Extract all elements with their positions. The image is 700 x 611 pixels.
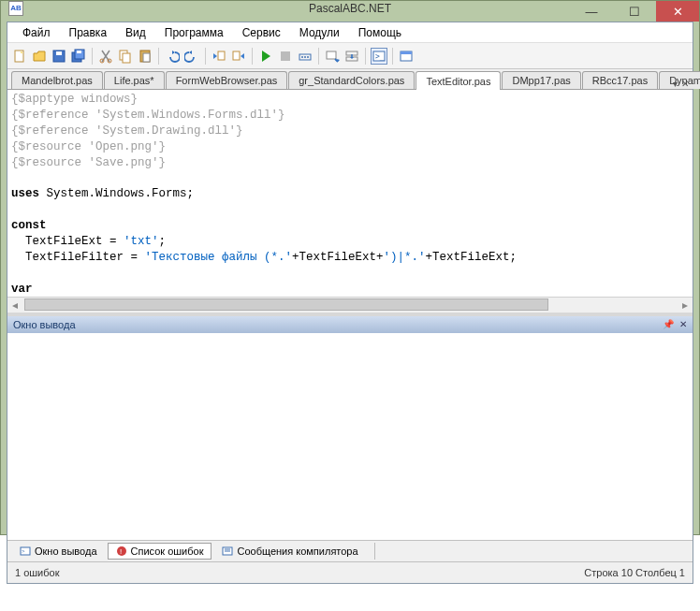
btab-errors[interactable]: ! Список ошибок — [108, 543, 212, 560]
svg-rect-9 — [123, 53, 130, 63]
menu-view[interactable]: Вид — [116, 24, 155, 41]
menu-file[interactable]: Файл — [13, 24, 60, 41]
bottom-tabs: > Окно вывода ! Список ошибок Сообщения … — [7, 540, 693, 562]
menu-modules[interactable]: Модули — [290, 24, 349, 41]
menu-program[interactable]: Программа — [155, 24, 233, 41]
btab-compiler-msgs[interactable]: Сообщения компилятора — [213, 543, 366, 560]
svg-rect-13 — [233, 51, 240, 60]
undo-button[interactable] — [164, 48, 181, 65]
copy-button[interactable] — [117, 48, 134, 65]
svg-text:!: ! — [120, 547, 122, 556]
pin-icon[interactable]: 📌 — [663, 319, 674, 329]
svg-rect-25 — [401, 51, 412, 54]
btab-output[interactable]: > Окно вывода — [11, 543, 106, 560]
svg-rect-11 — [143, 53, 150, 62]
compile-button[interactable] — [297, 48, 314, 65]
navigate-back-button[interactable] — [211, 48, 227, 65]
output-icon: > — [20, 546, 31, 557]
step-into-button[interactable] — [324, 48, 341, 65]
editor-tabs: Mandelbrot.pas Life.pas* FormWebBrowser.… — [7, 69, 693, 90]
toggle-output-button[interactable]: >_ — [371, 48, 387, 65]
svg-rect-12 — [218, 51, 225, 60]
minimize-button[interactable]: — — [570, 1, 613, 22]
code-editor[interactable]: {$apptype windows} {$reference 'System.W… — [7, 90, 693, 297]
redo-button[interactable] — [183, 48, 200, 65]
error-list-icon: ! — [116, 546, 127, 557]
horizontal-scrollbar[interactable]: ◂ ▸ — [7, 297, 693, 313]
output-close-icon[interactable]: ✕ — [679, 319, 687, 329]
svg-text:>: > — [22, 548, 25, 554]
tab-grstandardcolors[interactable]: gr_StandardColors.pas — [288, 71, 415, 89]
tab-close-icon[interactable]: ✕ — [681, 79, 689, 89]
menu-edit[interactable]: Правка — [60, 24, 117, 41]
svg-rect-5 — [77, 51, 81, 53]
status-cursor-pos: Строка 10 Столбец 1 — [584, 567, 685, 578]
tab-formwebbrowser[interactable]: FormWebBrowser.pas — [166, 71, 288, 89]
form-designer-button[interactable] — [398, 48, 415, 65]
navigate-fwd-button[interactable] — [230, 48, 247, 65]
new-file-button[interactable] — [11, 48, 28, 65]
svg-point-17 — [304, 56, 306, 58]
save-button[interactable] — [51, 48, 67, 65]
tabs-dropdown-icon[interactable]: ▾ — [673, 79, 678, 89]
tab-rbcc17[interactable]: RBcc17.pas — [582, 71, 658, 89]
statusbar: 1 ошибок Строка 10 Столбец 1 — [7, 562, 693, 583]
svg-text:>_: >_ — [375, 52, 385, 61]
compiler-msg-icon — [222, 546, 233, 557]
maximize-button[interactable]: ☐ — [613, 1, 656, 22]
menu-help[interactable]: Помощь — [349, 24, 411, 41]
tab-texteditor[interactable]: TextEditor.pas — [416, 71, 501, 90]
tab-life[interactable]: Life.pas* — [104, 71, 165, 89]
open-file-button[interactable] — [31, 48, 48, 65]
svg-rect-2 — [56, 51, 62, 55]
output-panel[interactable] — [7, 333, 693, 540]
step-over-button[interactable] — [343, 48, 360, 65]
tab-mandelbrot[interactable]: Mandelbrot.pas — [11, 71, 103, 89]
output-panel-title: Окно вывода 📌 ✕ — [7, 316, 693, 333]
app-window: AB PascalABC.NET — ☐ ✕ Файл Правка Вид П… — [0, 0, 700, 535]
toolbar: >_ — [7, 43, 693, 69]
svg-point-18 — [307, 56, 309, 58]
client-area: Файл Правка Вид Программа Сервис Модули … — [7, 22, 693, 584]
titlebar: AB PascalABC.NET — ☐ ✕ — [1, 1, 699, 16]
paste-button[interactable] — [137, 48, 153, 65]
menubar: Файл Правка Вид Программа Сервис Модули … — [7, 22, 693, 43]
run-button[interactable] — [257, 48, 274, 65]
svg-rect-14 — [281, 51, 290, 61]
tab-dmpp17[interactable]: DMpp17.pas — [502, 71, 580, 89]
save-all-button[interactable] — [70, 48, 87, 65]
stop-button[interactable] — [277, 48, 294, 65]
close-button[interactable]: ✕ — [656, 1, 699, 22]
svg-rect-19 — [327, 51, 336, 59]
menu-service[interactable]: Сервис — [233, 24, 290, 41]
cut-button[interactable] — [97, 48, 114, 65]
svg-point-16 — [301, 56, 303, 58]
status-errors: 1 ошибок — [15, 567, 60, 578]
